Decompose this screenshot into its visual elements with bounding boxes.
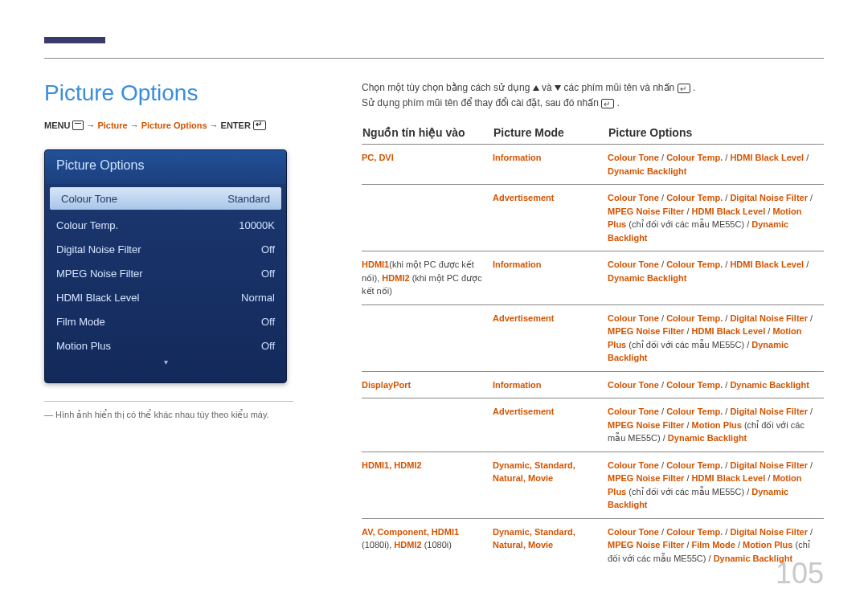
breadcrumb: MENU → Picture → Picture Options → ENTER [44, 121, 293, 130]
text-part: / [808, 527, 813, 537]
text-part: HDMI2 [394, 460, 421, 470]
cell-source [362, 304, 493, 371]
text-part: Dynamic Backlight [668, 433, 747, 443]
text-part: MPEG Noise Filter [608, 473, 684, 483]
text-part: Natural [493, 540, 523, 550]
text-part: Colour Temp. [666, 460, 723, 470]
osd-row[interactable]: Colour Temp.10000K [45, 213, 286, 237]
text-part: , [573, 527, 575, 537]
text-part: MPEG Noise Filter [608, 420, 684, 430]
osd-row-value: Off [261, 340, 275, 352]
footnote-text: Hình ảnh hiển thị có thể khác nhau tùy t… [55, 410, 269, 419]
text-part: / [684, 206, 691, 216]
text-part: / [804, 260, 809, 269]
osd-row-value: 10000K [239, 219, 275, 231]
text-part: HDMI Black Level [692, 206, 766, 216]
text-part: HDMI Black Level [730, 153, 804, 162]
text-part: / [684, 420, 691, 430]
text-part: HDMI Black Level [692, 326, 766, 336]
text-part: HDMI Black Level [692, 473, 766, 483]
osd-row-value: Off [261, 243, 275, 255]
text-part: MPEG Noise Filter [608, 206, 684, 216]
text-part: / [659, 460, 666, 470]
text-part: MPEG Noise Filter [608, 326, 684, 336]
text-part: , [573, 460, 575, 470]
osd-panel: Picture Options Colour ToneStandardColou… [44, 149, 287, 383]
intro-1b: và [542, 82, 555, 93]
breadcrumb-picture-options: Picture Options [141, 121, 207, 130]
text-part: Colour Tone [608, 193, 659, 202]
intro-1a: Chọn một tùy chọn bằng cách sử dụng [362, 82, 533, 93]
text-part: Standard [534, 460, 573, 470]
cell-mode: Dynamic, Standard, Natural, Movie [493, 518, 608, 571]
cell-mode: Advertisement [493, 304, 608, 371]
text-part: / [808, 460, 813, 470]
osd-row[interactable]: MPEG Noise FilterOff [45, 261, 286, 285]
text-part: Dynamic Backlight [730, 380, 809, 390]
osd-row-label: Colour Tone [61, 193, 117, 205]
text-part: / [723, 460, 730, 470]
text-part: Information [493, 260, 542, 269]
osd-row-label: Digital Noise Filter [56, 243, 141, 255]
text-part: / [659, 153, 666, 162]
text-part: (1080i) [422, 540, 452, 550]
text-part: HDMI2 [394, 540, 421, 550]
breadcrumb-enter: ENTER [221, 121, 251, 130]
osd-row-value: Standard [227, 193, 270, 205]
text-part: HDMI1 [432, 527, 459, 537]
text-part: Natural [493, 473, 523, 483]
osd-row[interactable]: HDMI Black LevelNormal [45, 285, 286, 309]
enter-icon [601, 99, 614, 108]
menu-icon [72, 121, 84, 130]
table-row: PC, DVIInformationColour Tone / Colour T… [362, 145, 824, 185]
text-part: Component [378, 527, 427, 537]
text-part: Colour Temp. [666, 407, 723, 416]
text-part: Dynamic [493, 460, 530, 470]
text-part: Information [493, 153, 542, 162]
cell-source: DisplayPort [362, 371, 493, 398]
table-row: AdvertisementColour Tone / Colour Temp. … [362, 304, 824, 371]
text-part: Colour Temp. [666, 380, 723, 390]
text-part: Advertisement [493, 407, 554, 416]
text-part: Information [493, 380, 542, 390]
text-part: (1080i), [362, 540, 394, 550]
th-mode: Picture Mode [493, 125, 608, 145]
text-part: Advertisement [493, 193, 554, 202]
text-part: / [723, 380, 730, 390]
text-part: MPEG Noise Filter [608, 540, 684, 550]
text-part: DisplayPort [362, 380, 411, 390]
text-part: / [684, 540, 691, 550]
table-row: AdvertisementColour Tone / Colour Temp. … [362, 185, 824, 251]
cell-mode: Advertisement [493, 398, 608, 452]
text-part: Colour Tone [608, 153, 659, 162]
osd-row[interactable]: Motion PlusOff [45, 333, 286, 358]
cell-source: HDMI1, HDMI2 [362, 452, 493, 518]
arrow-down-icon [555, 85, 561, 91]
osd-row-value: Normal [241, 292, 275, 304]
table-row: HDMI1, HDMI2Dynamic, Standard, Natural, … [362, 452, 824, 518]
osd-row[interactable]: Colour ToneStandard [50, 187, 281, 210]
th-source: Nguồn tín hiệu vào [362, 125, 493, 145]
osd-row-label: HDMI Black Level [56, 292, 139, 304]
osd-row-value: Off [261, 268, 275, 280]
cell-mode: Information [493, 371, 608, 398]
intro-1c: các phím mũi tên và nhấn [563, 82, 677, 93]
osd-rows: Colour ToneStandardColour Temp.10000KDig… [45, 187, 286, 358]
osd-row[interactable]: Digital Noise FilterOff [45, 237, 286, 261]
cell-options: Colour Tone / Colour Temp. / Digital Noi… [608, 398, 824, 452]
text-part: Colour Temp. [666, 193, 723, 202]
text-part: / [659, 260, 666, 269]
intro-2a: Sử dụng phím mũi tên để thay đổi cài đặt… [362, 97, 601, 108]
text-part: DVI [379, 153, 393, 162]
text-part: / [659, 193, 666, 202]
text-part: HDMI Black Level [730, 260, 804, 269]
intro-1d: . [693, 82, 695, 93]
table-row: AdvertisementColour Tone / Colour Temp. … [362, 398, 824, 452]
text-part: / [659, 527, 666, 537]
text-part: / [723, 313, 730, 323]
text-part: Colour Tone [608, 380, 659, 390]
osd-row[interactable]: Film ModeOff [45, 309, 286, 333]
intro-2b: . [617, 97, 620, 108]
page-title: Picture Options [44, 80, 293, 106]
text-part: / [808, 407, 813, 416]
